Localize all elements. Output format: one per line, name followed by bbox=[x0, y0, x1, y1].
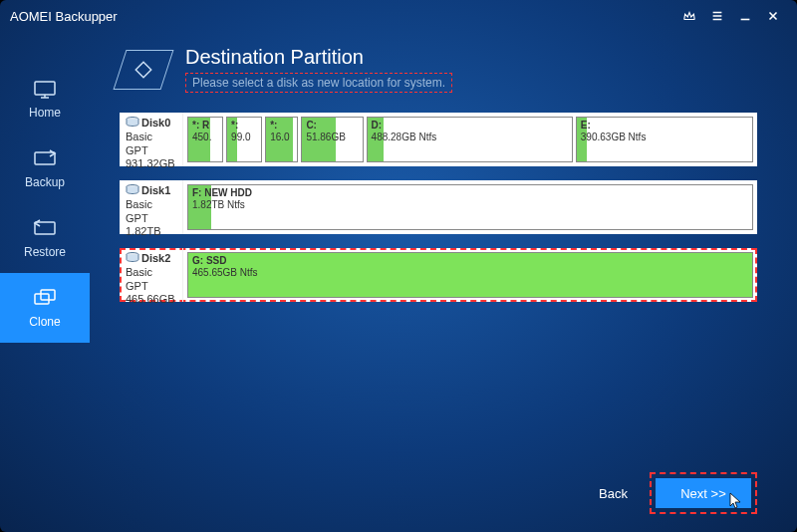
sidebar-item-label: Clone bbox=[29, 315, 60, 329]
partition[interactable]: F: NEW HDD1.82TB Ntfs bbox=[187, 184, 753, 230]
disk-scheme: Basic GPT bbox=[126, 198, 176, 226]
partition-label: G: SSD bbox=[192, 255, 748, 267]
disk-row[interactable]: Disk2Basic GPT465.66GBG: SSD465.65GB Ntf… bbox=[120, 248, 757, 302]
disk-size: 1.82TB bbox=[126, 225, 176, 239]
page-header: Destination Partition Please select a di… bbox=[120, 46, 757, 91]
partition-label: D: bbox=[372, 120, 568, 132]
backup-icon bbox=[31, 147, 59, 169]
partition-detail: 99.0 bbox=[231, 132, 257, 143]
crown-icon[interactable] bbox=[675, 2, 703, 30]
sidebar-item-label: Restore bbox=[24, 245, 66, 259]
close-icon[interactable] bbox=[759, 2, 787, 30]
next-highlight: Next >> bbox=[650, 472, 757, 514]
partition[interactable]: G: SSD465.65GB Ntfs bbox=[187, 252, 753, 298]
disk-list: Disk0Basic GPT931.32GB*: R450.*:99.0*:16… bbox=[120, 113, 757, 302]
main-panel: Destination Partition Please select a di… bbox=[90, 32, 797, 532]
partition[interactable]: *:99.0 bbox=[226, 117, 262, 162]
sidebar-item-restore[interactable]: Restore bbox=[0, 203, 90, 273]
disk-row[interactable]: Disk1Basic GPT1.82TBF: NEW HDD1.82TB Ntf… bbox=[120, 180, 757, 234]
partition[interactable]: C:51.86GB bbox=[301, 117, 363, 162]
sidebar-item-home[interactable]: Home bbox=[0, 64, 90, 133]
partition-detail: 1.82TB Ntfs bbox=[192, 199, 748, 211]
svg-rect-1 bbox=[35, 152, 55, 164]
sidebar-item-backup[interactable]: Backup bbox=[0, 133, 90, 203]
disk-icon bbox=[126, 184, 139, 198]
partition-label: *: bbox=[270, 120, 293, 132]
disk-scheme: Basic GPT bbox=[126, 266, 176, 294]
partition[interactable]: D:488.28GB Ntfs bbox=[367, 117, 573, 162]
disk-scheme: Basic GPT bbox=[126, 131, 176, 158]
disk-icon bbox=[126, 117, 139, 131]
partition-detail: 450. bbox=[192, 132, 218, 143]
partition[interactable]: *:16.0 bbox=[265, 117, 298, 162]
titlebar: AOMEI Backupper bbox=[0, 0, 797, 32]
svg-rect-0 bbox=[35, 82, 55, 95]
minimize-icon[interactable] bbox=[731, 2, 759, 30]
disk-size: 931.32GB bbox=[126, 157, 176, 171]
partition-label: C: bbox=[306, 120, 358, 132]
sidebar-item-clone[interactable]: Clone bbox=[0, 273, 90, 343]
partition-strip: *: R450.*:99.0*:16.0C:51.86GBD:488.28GB … bbox=[183, 113, 757, 166]
menu-icon[interactable] bbox=[703, 2, 731, 30]
page-subtitle: Please select a disk as new location for… bbox=[185, 73, 452, 93]
page-title: Destination Partition bbox=[185, 46, 452, 69]
partition[interactable]: *: R450. bbox=[187, 117, 223, 162]
svg-rect-2 bbox=[35, 222, 55, 234]
svg-rect-5 bbox=[135, 62, 151, 78]
destination-icon bbox=[114, 50, 174, 90]
home-icon bbox=[31, 78, 59, 100]
back-button[interactable]: Back bbox=[599, 486, 628, 501]
disk-meta: Disk0Basic GPT931.32GB bbox=[120, 113, 183, 166]
partition-strip: G: SSD465.65GB Ntfs bbox=[183, 248, 757, 302]
partition-detail: 51.86GB bbox=[306, 132, 358, 143]
sidebar-item-label: Home bbox=[29, 106, 61, 120]
svg-rect-3 bbox=[35, 294, 49, 304]
next-button[interactable]: Next >> bbox=[656, 478, 751, 508]
cursor-icon bbox=[729, 492, 743, 510]
disk-size: 465.66GB bbox=[126, 293, 176, 307]
partition-label: *: R bbox=[192, 120, 218, 132]
partition-detail: 465.65GB Ntfs bbox=[192, 267, 748, 279]
app-window: AOMEI Backupper Home bbox=[0, 0, 797, 532]
partition-label: F: NEW HDD bbox=[192, 187, 748, 199]
footer: Back Next >> bbox=[599, 472, 757, 514]
disk-row[interactable]: Disk0Basic GPT931.32GB*: R450.*:99.0*:16… bbox=[120, 113, 757, 166]
partition-label: E: bbox=[581, 120, 748, 132]
disk-meta: Disk1Basic GPT1.82TB bbox=[120, 180, 183, 234]
clone-icon bbox=[31, 287, 59, 309]
partition-label: *: bbox=[231, 120, 257, 132]
partition-detail: 390.63GB Ntfs bbox=[581, 132, 748, 143]
disk-name: Disk1 bbox=[141, 184, 170, 196]
disk-meta: Disk2Basic GPT465.66GB bbox=[120, 248, 183, 302]
restore-icon bbox=[31, 217, 59, 239]
disk-name: Disk0 bbox=[141, 117, 170, 129]
partition[interactable]: E:390.63GB Ntfs bbox=[576, 117, 753, 162]
partition-detail: 488.28GB Ntfs bbox=[372, 132, 568, 143]
svg-rect-4 bbox=[41, 290, 55, 300]
sidebar: Home Backup Restore Clone bbox=[0, 32, 90, 532]
partition-strip: F: NEW HDD1.82TB Ntfs bbox=[183, 180, 757, 234]
partition-detail: 16.0 bbox=[270, 132, 293, 143]
disk-name: Disk2 bbox=[141, 252, 170, 264]
sidebar-item-label: Backup bbox=[25, 175, 65, 189]
app-title: AOMEI Backupper bbox=[10, 9, 118, 24]
disk-icon bbox=[126, 252, 139, 266]
